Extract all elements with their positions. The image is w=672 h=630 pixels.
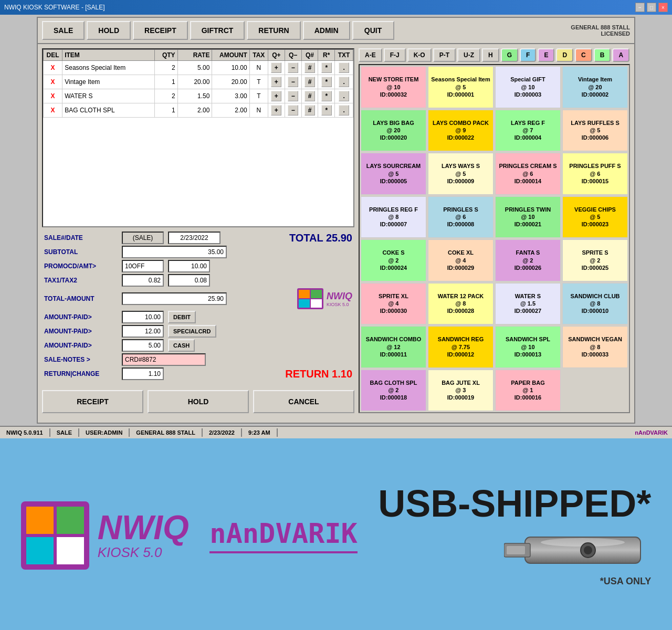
product-card-29[interactable]: BAG JUTE XL @ 3 ID:000019	[428, 370, 494, 412]
product-card-26[interactable]: SANDWICH SPL @ 10 ID:000013	[495, 326, 561, 368]
product-card-17[interactable]: COKE XL @ 4 ID:000029	[428, 239, 494, 281]
maximize-button[interactable]: □	[647, 3, 656, 12]
tax2-input[interactable]	[168, 274, 210, 287]
tab-g[interactable]: G	[501, 48, 518, 62]
tab-fj[interactable]: F-J	[384, 48, 406, 62]
qty-minus-1[interactable]: −	[288, 77, 298, 87]
subtotal-input[interactable]	[122, 246, 227, 258]
item-r-0[interactable]: *	[321, 62, 332, 73]
tab-e[interactable]: E	[538, 48, 554, 62]
qty-minus-0[interactable]: −	[288, 62, 298, 73]
admin-nav-button[interactable]: ADMIN	[303, 21, 350, 40]
window-controls[interactable]: − □ ×	[635, 3, 668, 12]
quit-nav-button[interactable]: QUIT	[352, 21, 394, 40]
product-card-12[interactable]: PRINGLES REG F @ 8 ID:000007	[361, 196, 426, 238]
product-card-15[interactable]: VEGGIE CHIPS @ 5 ID:000023	[562, 196, 628, 238]
qty-num-2[interactable]: #	[304, 91, 315, 101]
qty-plus-1[interactable]: +	[271, 77, 281, 87]
giftrct-nav-button[interactable]: GIFTRCT	[190, 21, 245, 40]
product-id-11: ID:000015	[582, 177, 608, 185]
product-card-6[interactable]: LAYS REG F @ 7 ID:000004	[495, 110, 561, 152]
receipt-button[interactable]: RECEIPT	[42, 390, 143, 413]
cancel-button[interactable]: CANCEL	[253, 390, 354, 413]
product-card-16[interactable]: COKE S @ 2 ID:000024	[361, 239, 426, 281]
product-card-20[interactable]: SPRITE XL @ 4 ID:000030	[361, 283, 426, 325]
qty-plus-0[interactable]: +	[271, 62, 281, 73]
return-nav-button[interactable]: RETURN	[247, 21, 300, 40]
payment3-type-button[interactable]: CASH	[168, 339, 195, 352]
product-card-2[interactable]: Special GIFT @ 10 ID:000003	[495, 66, 561, 108]
delete-item-3[interactable]: X	[51, 107, 55, 114]
product-card-3[interactable]: Vintage Item @ 20 ID:000002	[562, 66, 628, 108]
product-card-30[interactable]: PAPER BAG @ 1 ID:000016	[495, 370, 561, 412]
tax1-input[interactable]	[122, 274, 164, 287]
qty-minus-2[interactable]: −	[288, 91, 298, 101]
delete-item-2[interactable]: X	[51, 92, 55, 100]
hold-nav-button[interactable]: HOLD	[87, 21, 131, 40]
product-card-18[interactable]: FANTA S @ 2 ID:000026	[495, 239, 561, 281]
tab-d[interactable]: D	[556, 48, 573, 62]
item-txt-3[interactable]: .	[339, 105, 349, 116]
tab-uz[interactable]: U-Z	[457, 48, 480, 62]
payment3-amount-input[interactable]	[122, 339, 164, 352]
product-card-24[interactable]: SANDWICH COMBO @ 12 ID:000011	[361, 326, 426, 368]
tab-c[interactable]: C	[575, 48, 592, 62]
receipt-nav-button[interactable]: RECEIPT	[133, 21, 188, 40]
item-r-1[interactable]: *	[321, 77, 332, 87]
product-card-1[interactable]: Seasons Special Item @ 5 ID:000001	[428, 66, 494, 108]
product-card-9[interactable]: LAYS WAYS S @ 5 ID:000009	[428, 153, 494, 195]
product-card-13[interactable]: PRINGLES S @ 6 ID:000008	[428, 196, 494, 238]
tab-b[interactable]: B	[594, 48, 611, 62]
item-txt-1[interactable]: .	[339, 77, 349, 87]
item-r-3[interactable]: *	[321, 105, 332, 116]
product-card-5[interactable]: LAYS COMBO PACK @ 9 ID:000022	[428, 110, 494, 152]
qty-num-1[interactable]: #	[304, 77, 315, 87]
close-button[interactable]: ×	[658, 3, 668, 12]
product-id-5: ID:000022	[447, 134, 474, 141]
qty-plus-2[interactable]: +	[271, 91, 281, 101]
payment2-type-button[interactable]: SPECIALCRD	[168, 325, 216, 338]
tab-f[interactable]: F	[520, 48, 536, 62]
qty-plus-3[interactable]: +	[271, 105, 281, 116]
product-card-11[interactable]: PRINGLES PUFF S @ 6 ID:000015	[562, 153, 628, 195]
product-card-4[interactable]: LAYS BIG BAG @ 20 ID:000020	[361, 110, 426, 152]
tab-ko[interactable]: K-O	[407, 48, 432, 62]
qty-num-0[interactable]: #	[304, 62, 315, 73]
item-r-2[interactable]: *	[321, 91, 332, 101]
promo-code-input[interactable]	[122, 260, 164, 272]
product-card-23[interactable]: SANDWICH CLUB @ 8 ID:000010	[562, 283, 628, 325]
item-txt-0[interactable]: .	[339, 62, 349, 73]
hold-button[interactable]: HOLD	[148, 390, 249, 413]
date-input[interactable]	[168, 232, 220, 244]
item-txt-2[interactable]: .	[339, 91, 349, 101]
delete-item-1[interactable]: X	[51, 78, 55, 86]
product-card-25[interactable]: SANDWICH REG @ 7.75 ID:000012	[428, 326, 494, 368]
sale-notes-input[interactable]	[122, 353, 206, 366]
sale-nav-button[interactable]: SALE	[42, 21, 85, 40]
delete-item-0[interactable]: X	[51, 64, 55, 71]
total-amount-input[interactable]	[122, 292, 227, 305]
tab-pt[interactable]: P-T	[433, 48, 456, 62]
payment1-type-button[interactable]: DEBIT	[168, 311, 196, 323]
product-card-10[interactable]: PRINGLES CREAM S @ 6 ID:000014	[495, 153, 561, 195]
tab-h[interactable]: H	[482, 48, 499, 62]
product-card-14[interactable]: PRINGLES TWIN @ 10 ID:000021	[495, 196, 561, 238]
product-card-22[interactable]: WATER S @ 1.5 ID:000027	[495, 283, 561, 325]
qty-minus-3[interactable]: −	[288, 105, 298, 116]
return-change-input[interactable]	[122, 368, 164, 380]
product-card-27[interactable]: SANDWICH VEGAN @ 8 ID:000033	[562, 326, 628, 368]
payment2-amount-input[interactable]	[122, 325, 164, 338]
product-card-21[interactable]: WATER 12 PACK @ 8 ID:000028	[428, 283, 494, 325]
product-card-7[interactable]: LAYS RUFFLES S @ 5 ID:000006	[562, 110, 628, 152]
product-card-28[interactable]: BAG CLOTH SPL @ 2 ID:000018	[361, 370, 426, 412]
minimize-button[interactable]: −	[635, 3, 645, 12]
qty-num-3[interactable]: #	[304, 105, 315, 116]
product-card-8[interactable]: LAYS SOURCREAM @ 5 ID:000005	[361, 153, 426, 195]
tab-a[interactable]: A	[612, 48, 629, 62]
sale-number-input[interactable]	[122, 232, 164, 244]
promo-amount-input[interactable]	[168, 260, 210, 272]
tab-ae[interactable]: A-E	[359, 48, 382, 62]
product-card-19[interactable]: SPRITE S @ 2 ID:000025	[562, 239, 628, 281]
payment1-amount-input[interactable]	[122, 311, 164, 323]
product-card-0[interactable]: NEW STORE ITEM @ 10 ID:000032	[361, 66, 426, 108]
